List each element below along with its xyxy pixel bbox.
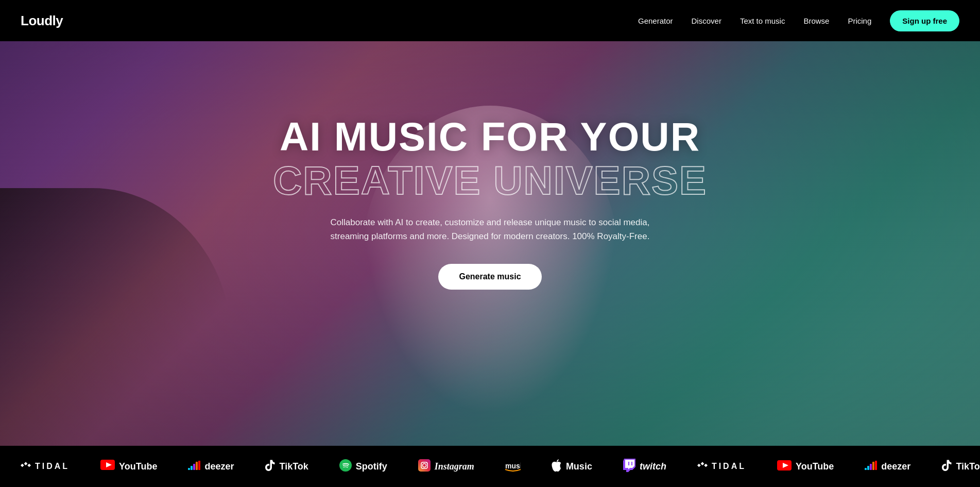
spotify-icon bbox=[339, 459, 352, 474]
logos-bar: TIDAL YouTube deezer bbox=[0, 446, 980, 487]
list-item: TikTok bbox=[941, 460, 980, 474]
apple-music-label: Music bbox=[566, 461, 592, 472]
list-item: deezer bbox=[188, 461, 234, 473]
list-item: YouTube bbox=[777, 460, 834, 473]
svg-rect-17 bbox=[865, 468, 867, 470]
tidal-icon bbox=[21, 460, 31, 473]
svg-rect-19 bbox=[870, 464, 872, 470]
tidal-label: TIDAL bbox=[35, 462, 70, 471]
youtube-icon bbox=[100, 460, 115, 473]
instagram-label: Instagram bbox=[435, 461, 474, 472]
spotify-label: Spotify bbox=[356, 461, 387, 472]
svg-text:music: music bbox=[505, 462, 521, 470]
hero-title-line2: CREATIVE UNIVERSE bbox=[259, 159, 722, 203]
hero-subtitle: Collaborate with AI to create, customize… bbox=[315, 215, 665, 243]
twitch-label: twitch bbox=[640, 461, 666, 472]
svg-rect-5 bbox=[196, 462, 198, 470]
svg-rect-20 bbox=[872, 462, 874, 470]
twitch-icon bbox=[623, 459, 635, 475]
nav-discover[interactable]: Discover bbox=[692, 16, 721, 25]
svg-rect-3 bbox=[191, 466, 193, 470]
tiktok-icon-2 bbox=[941, 460, 952, 474]
svg-rect-13 bbox=[628, 462, 629, 465]
site-logo[interactable]: Loudly bbox=[21, 13, 63, 29]
youtube-icon-2 bbox=[777, 460, 792, 473]
list-item: twitch bbox=[623, 459, 666, 475]
youtube-label-2: YouTube bbox=[796, 461, 834, 472]
deezer-label-2: deezer bbox=[881, 461, 910, 472]
logos-track: TIDAL YouTube deezer bbox=[0, 459, 980, 475]
nav-links: Generator Discover Text to music Browse … bbox=[638, 10, 959, 31]
nav-browse[interactable]: Browse bbox=[803, 16, 829, 25]
apple-icon bbox=[552, 459, 562, 474]
list-item: YouTube bbox=[100, 460, 157, 473]
instagram-icon bbox=[418, 459, 431, 474]
svg-rect-21 bbox=[875, 461, 877, 470]
list-item: Music bbox=[552, 459, 592, 474]
hero-title-line1: AI MUSIC FOR YOUR bbox=[259, 115, 722, 159]
nav-text-to-music[interactable]: Text to music bbox=[740, 16, 785, 25]
list-item: TIDAL bbox=[697, 460, 746, 473]
tiktok-label-2: TikTok bbox=[956, 461, 980, 472]
deezer-label: deezer bbox=[204, 461, 234, 472]
list-item: music bbox=[505, 459, 521, 474]
tiktok-label: TikTok bbox=[279, 461, 308, 472]
deezer-icon-2 bbox=[865, 461, 877, 473]
list-item: TIDAL bbox=[21, 460, 70, 473]
tiktok-icon bbox=[265, 460, 275, 474]
navbar: Loudly Generator Discover Text to music … bbox=[0, 0, 980, 41]
nav-generator[interactable]: Generator bbox=[638, 16, 673, 25]
svg-rect-18 bbox=[867, 466, 869, 470]
svg-rect-8 bbox=[418, 459, 431, 472]
youtube-label: YouTube bbox=[119, 461, 157, 472]
signup-button[interactable]: Sign up free bbox=[890, 10, 959, 31]
tidal-icon-2 bbox=[697, 460, 708, 473]
amazon-music-icon: music bbox=[505, 459, 521, 474]
svg-rect-4 bbox=[193, 464, 195, 470]
list-item: Spotify bbox=[339, 459, 387, 474]
svg-rect-2 bbox=[188, 468, 190, 470]
tidal-label-2: TIDAL bbox=[712, 462, 746, 471]
list-item: deezer bbox=[865, 461, 910, 473]
nav-pricing[interactable]: Pricing bbox=[848, 16, 871, 25]
hero-content: AI MUSIC FOR YOUR CREATIVE UNIVERSE Coll… bbox=[259, 115, 722, 290]
svg-point-11 bbox=[426, 462, 427, 463]
hero-section: AI MUSIC FOR YOUR CREATIVE UNIVERSE Coll… bbox=[0, 0, 980, 446]
generate-music-button[interactable]: Generate music bbox=[438, 264, 541, 290]
list-item: TikTok bbox=[265, 460, 308, 474]
svg-rect-6 bbox=[198, 461, 200, 470]
list-item: Instagram bbox=[418, 459, 474, 474]
svg-rect-14 bbox=[631, 462, 632, 465]
deezer-icon bbox=[188, 461, 200, 473]
